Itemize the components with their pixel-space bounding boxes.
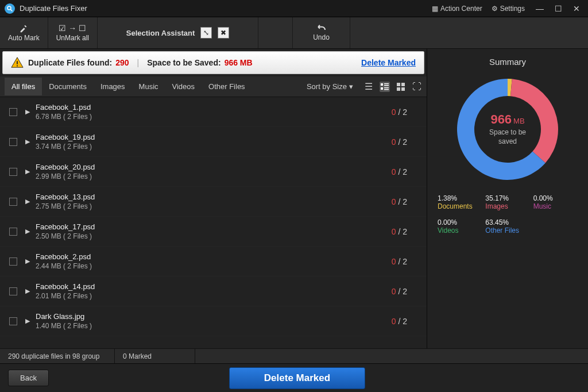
sort-dropdown[interactable]: Sort by Size ▾ xyxy=(307,82,353,91)
legend-item: 0.00%Videos xyxy=(438,218,482,235)
file-name: Facebook_1.psd xyxy=(36,103,92,112)
view-grid-icon[interactable] xyxy=(396,82,406,92)
selection-count: 0 / 2 xyxy=(392,227,417,236)
selection-count: 0 / 2 xyxy=(392,107,417,117)
selection-count: 0 / 2 xyxy=(392,137,417,147)
expand-icon[interactable]: ▶ xyxy=(25,228,30,235)
status-bar: 290 duplicate files in 98 group 0 Marked xyxy=(0,348,588,363)
file-row[interactable]: ▶Facebook_1.psd6.78 MB ( 2 Files )0 / 2 xyxy=(0,97,427,127)
donut-chart: 966MB Space to besaved xyxy=(453,75,562,184)
file-row[interactable]: ▶Facebook_17.psd2.50 MB ( 2 Files )0 / 2 xyxy=(0,217,427,247)
file-row[interactable]: ▶Facebook_19.psd3.74 MB ( 2 Files )0 / 2 xyxy=(0,127,427,157)
app-logo-icon xyxy=(5,3,15,14)
found-count: 290 xyxy=(115,58,129,67)
tab-other-files[interactable]: Other Files xyxy=(202,78,252,95)
expand-icon[interactable]: ▶ xyxy=(25,108,30,116)
svg-rect-10 xyxy=(397,83,400,86)
svg-rect-4 xyxy=(381,83,383,86)
arrows-icon: ⤡ xyxy=(200,27,212,39)
svg-rect-13 xyxy=(401,87,405,91)
row-checkbox[interactable] xyxy=(9,108,17,116)
row-checkbox[interactable] xyxy=(9,317,17,325)
selection-assistant-button[interactable]: Selection Assistant ⤡ ✖ xyxy=(98,17,258,48)
summary-sublabel: Space to besaved xyxy=(489,128,526,146)
action-center-button[interactable]: ▦ Action Center xyxy=(427,2,487,15)
file-meta: 1.40 MB ( 2 Files ) xyxy=(36,322,92,330)
selection-count: 0 / 2 xyxy=(392,197,417,206)
row-checkbox[interactable] xyxy=(9,168,17,176)
info-bar: Duplicate Files found: 290 | Space to be… xyxy=(2,51,424,74)
row-checkbox[interactable] xyxy=(9,198,17,206)
settings-button[interactable]: ⚙ Settings xyxy=(487,2,529,15)
tab-images[interactable]: Images xyxy=(94,78,132,95)
unmark-button[interactable]: ☑ → ☐ UnMark all xyxy=(48,17,98,48)
unmark-icon: ☑ → ☐ xyxy=(59,24,86,33)
file-name: Dark Glass.jpg xyxy=(36,312,92,321)
selection-count: 0 / 2 xyxy=(392,287,417,296)
close-button[interactable]: ✕ xyxy=(570,4,583,13)
chevron-down-icon: ▾ xyxy=(349,82,353,91)
app-title: Duplicate Files Fixer xyxy=(20,4,87,13)
automark-button[interactable]: Auto Mark xyxy=(0,17,48,48)
legend-item: 63.45%Other Files xyxy=(485,218,529,235)
file-name: Facebook_2.psd xyxy=(36,252,92,261)
expand-icon[interactable]: ▶ xyxy=(25,287,30,295)
row-checkbox[interactable] xyxy=(9,287,17,295)
tab-documents[interactable]: Documents xyxy=(42,78,94,95)
file-meta: 2.50 MB ( 2 Files ) xyxy=(36,232,95,240)
gear-icon: ⚙ xyxy=(492,5,498,13)
file-row[interactable]: ▶Dark Glass.jpg1.40 MB ( 2 Files )0 / 2 xyxy=(0,306,427,336)
file-meta: 2.99 MB ( 2 Files ) xyxy=(36,172,95,180)
file-name: Facebook_17.psd xyxy=(36,222,95,231)
back-button[interactable]: Back xyxy=(8,370,49,386)
delete-marked-button[interactable]: Delete Marked xyxy=(229,367,365,389)
svg-rect-11 xyxy=(401,83,405,86)
svg-point-0 xyxy=(7,6,11,10)
expand-icon[interactable]: ▶ xyxy=(25,317,30,325)
tab-music[interactable]: Music xyxy=(132,78,165,95)
fullscreen-icon[interactable]: ⛶ xyxy=(412,82,422,92)
filter-tabs: All filesDocumentsImagesMusicVideosOther… xyxy=(0,76,427,97)
tools-icon: ✖ xyxy=(218,27,229,39)
grid-icon: ▦ xyxy=(432,5,438,13)
maximize-button[interactable]: ☐ xyxy=(551,4,565,13)
view-list-icon[interactable]: ☰ xyxy=(363,82,374,92)
expand-icon[interactable]: ▶ xyxy=(25,258,30,265)
row-checkbox[interactable] xyxy=(9,138,17,146)
file-meta: 3.74 MB ( 2 Files ) xyxy=(36,143,95,151)
bottom-bar: Back Delete Marked xyxy=(0,363,588,392)
svg-rect-7 xyxy=(381,87,383,90)
file-row[interactable]: ▶Facebook_2.psd2.44 MB ( 2 Files )0 / 2 xyxy=(0,247,427,276)
expand-icon[interactable]: ▶ xyxy=(25,168,30,175)
file-meta: 6.78 MB ( 2 Files ) xyxy=(36,113,92,121)
file-name: Facebook_13.psd xyxy=(36,193,95,201)
space-value: 966 MB xyxy=(225,58,253,67)
row-checkbox[interactable] xyxy=(9,228,17,236)
toolbar: Auto Mark ☑ → ☐ UnMark all Selection Ass… xyxy=(0,17,588,49)
expand-icon[interactable]: ▶ xyxy=(25,138,30,145)
legend-item: 0.00%Music xyxy=(533,194,578,210)
view-detail-icon[interactable] xyxy=(380,82,390,92)
file-list[interactable]: ▶Facebook_1.psd6.78 MB ( 2 Files )0 / 2▶… xyxy=(0,97,427,348)
minimize-button[interactable]: — xyxy=(533,4,547,13)
svg-rect-9 xyxy=(384,89,389,90)
file-row[interactable]: ▶Facebook_14.psd2.01 MB ( 2 Files )0 / 2 xyxy=(0,276,427,306)
file-row[interactable]: ▶Facebook_13.psd2.75 MB ( 2 Files )0 / 2 xyxy=(0,187,427,217)
file-meta: 2.44 MB ( 2 Files ) xyxy=(36,262,92,270)
selection-count: 0 / 2 xyxy=(392,257,417,266)
summary-title: Summary xyxy=(438,57,578,67)
space-label: Space to be Saved: xyxy=(147,58,220,67)
tab-videos[interactable]: Videos xyxy=(165,78,202,95)
wand-icon xyxy=(19,24,28,33)
file-row[interactable]: ▶Facebook_20.psd2.99 MB ( 2 Files )0 / 2 xyxy=(0,157,427,187)
warning-icon xyxy=(11,56,24,69)
expand-icon[interactable]: ▶ xyxy=(25,198,30,205)
undo-button[interactable]: Undo xyxy=(293,17,350,48)
row-checkbox[interactable] xyxy=(9,258,17,266)
legend-item: 35.17%Images xyxy=(485,194,529,210)
selection-count: 0 / 2 xyxy=(392,317,417,326)
svg-rect-3 xyxy=(17,66,18,67)
tab-all-files[interactable]: All files xyxy=(5,78,42,95)
svg-rect-6 xyxy=(384,85,389,86)
delete-marked-link[interactable]: Delete Marked xyxy=(361,58,416,67)
